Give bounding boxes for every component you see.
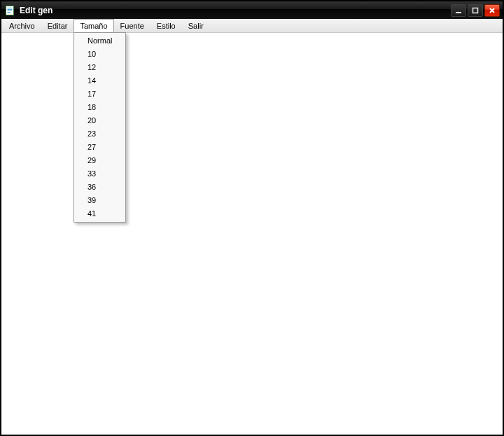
menu-estilo[interactable]: Estilo [150, 19, 182, 32]
close-icon [489, 7, 496, 14]
svg-rect-6 [473, 8, 478, 13]
size-dropdown: Normal10121417182023272933363941 [74, 32, 126, 223]
window-controls [451, 4, 500, 17]
title-bar[interactable]: Edit gen [1, 1, 503, 19]
size-option-17[interactable]: 17 [75, 87, 125, 101]
close-button[interactable] [484, 4, 500, 17]
window-title: Edit gen [20, 6, 451, 15]
minimize-button[interactable] [451, 4, 466, 17]
maximize-icon [472, 7, 479, 14]
size-option-27[interactable]: 27 [75, 141, 125, 154]
size-option-29[interactable]: 29 [75, 154, 125, 167]
size-option-39[interactable]: 39 [75, 194, 125, 207]
size-option-10[interactable]: 10 [75, 48, 125, 61]
menu-bar: ArchivoEditarTamañoFuenteEstiloSalirNorm… [1, 19, 503, 33]
svg-rect-5 [456, 12, 461, 13]
size-option-normal[interactable]: Normal [75, 34, 125, 48]
size-option-12[interactable]: 12 [75, 61, 125, 74]
menu-salir[interactable]: Salir [182, 19, 210, 32]
size-option-18[interactable]: 18 [75, 101, 125, 114]
size-option-23[interactable]: 23 [75, 127, 125, 141]
minimize-icon [455, 7, 462, 14]
menu-tamano[interactable]: Tamaño [74, 19, 113, 32]
size-option-41[interactable]: 41 [75, 207, 125, 220]
menu-editar[interactable]: Editar [41, 19, 74, 32]
size-option-36[interactable]: 36 [75, 181, 125, 194]
menu-archivo[interactable]: Archivo [3, 19, 41, 32]
size-option-33[interactable]: 33 [75, 167, 125, 181]
menu-fuente[interactable]: Fuente [114, 19, 150, 32]
size-option-14[interactable]: 14 [75, 74, 125, 87]
size-option-20[interactable]: 20 [75, 114, 125, 127]
maximize-button[interactable] [468, 4, 483, 17]
document-icon [4, 5, 15, 16]
window-frame: Edit gen ArchivoEditarTamañoFuenteEstilo… [0, 0, 504, 436]
